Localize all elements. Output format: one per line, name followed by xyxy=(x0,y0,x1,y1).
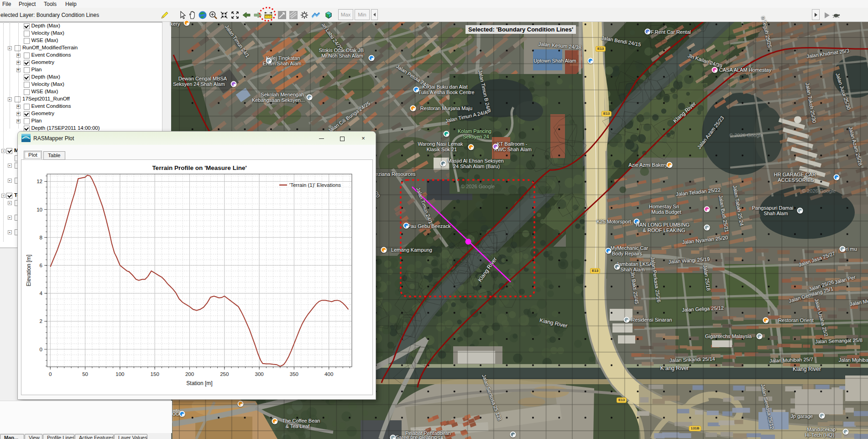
svg-text:6: 6 xyxy=(40,263,42,268)
svg-text:Station [m]: Station [m] xyxy=(186,380,212,386)
svg-text:0: 0 xyxy=(49,371,52,377)
svg-text:12: 12 xyxy=(37,179,42,184)
svg-text:© 2026 Google: © 2026 Google xyxy=(802,188,836,194)
svg-text:'Terrain (1)' Elevations: 'Terrain (1)' Elevations xyxy=(289,182,341,188)
svg-text:Terrain Profile on 'Measure Li: Terrain Profile on 'Measure Line' xyxy=(152,164,246,171)
svg-text:2: 2 xyxy=(40,318,42,324)
svg-text:50: 50 xyxy=(82,371,88,377)
svg-text:10: 10 xyxy=(37,207,42,212)
svg-text:Elevation [m]: Elevation [m] xyxy=(26,254,32,286)
svg-text:350: 350 xyxy=(290,371,298,377)
svg-text:4: 4 xyxy=(40,291,43,296)
svg-text:gle: gle xyxy=(173,408,180,415)
svg-text:250: 250 xyxy=(220,371,229,377)
svg-text:8: 8 xyxy=(40,235,42,240)
svg-text:300: 300 xyxy=(255,371,264,377)
svg-text:0: 0 xyxy=(40,347,42,352)
svg-text:© 2026 Google: © 2026 Google xyxy=(413,428,447,434)
svg-text:150: 150 xyxy=(151,371,159,377)
svg-text:© 2026 Google: © 2026 Google xyxy=(461,184,495,189)
svg-text:200: 200 xyxy=(185,371,194,377)
svg-text:100: 100 xyxy=(115,371,124,377)
svg-text:400: 400 xyxy=(324,371,333,377)
svg-text:© 2026 Google: © 2026 Google xyxy=(729,132,763,138)
